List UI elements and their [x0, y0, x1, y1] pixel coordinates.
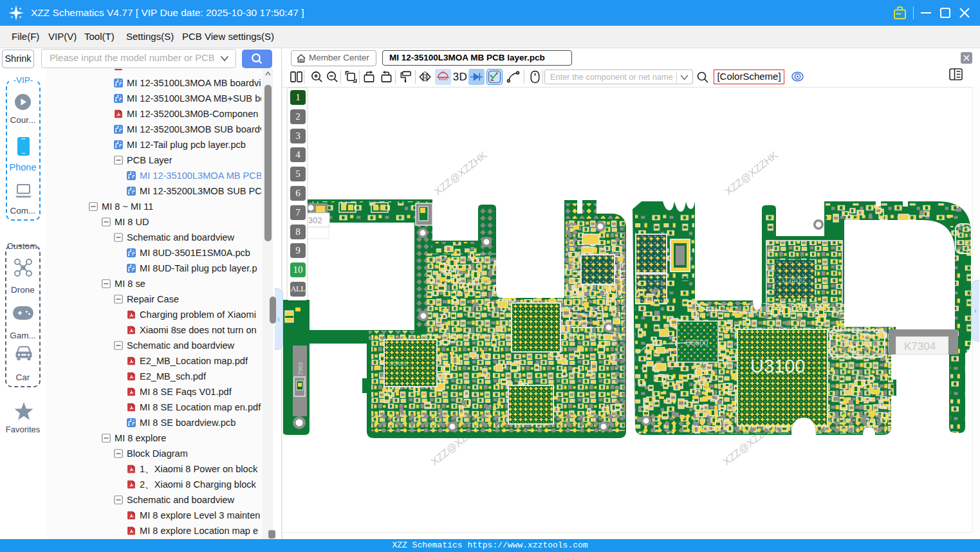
- svg-text:7303: 7303: [297, 362, 304, 375]
- svg-text:XZZ@XZZHK: XZZ@XZZHK: [432, 149, 489, 197]
- svg-text:U3100: U3100: [750, 356, 805, 376]
- svg-text:U5600: U5600: [685, 338, 708, 347]
- svg-text:U5403: U5403: [389, 360, 407, 367]
- svg-text:U2400: U2400: [782, 276, 805, 285]
- svg-text:XZZ@XZZHK: XZZ@XZZHK: [723, 149, 780, 197]
- svg-text:302: 302: [308, 216, 322, 225]
- svg-text:K7304: K7304: [904, 340, 936, 353]
